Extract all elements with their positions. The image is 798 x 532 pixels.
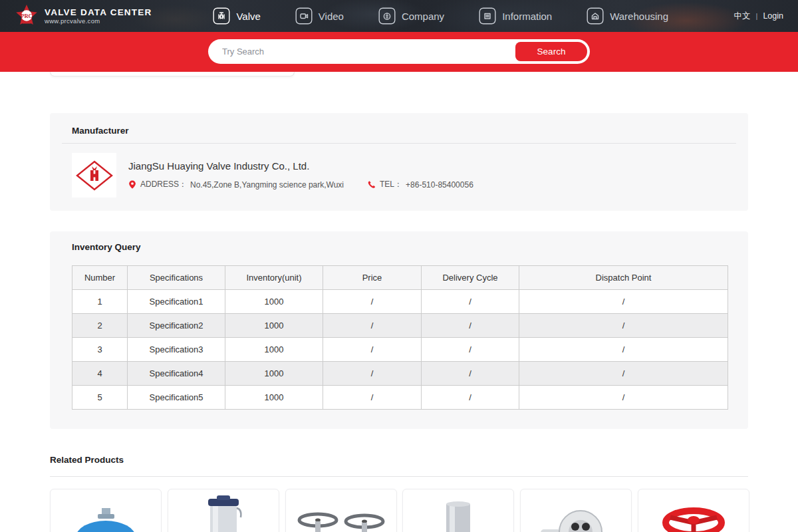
inventory-cell: / bbox=[323, 338, 422, 362]
inventory-row: 2Specification21000/// bbox=[72, 314, 728, 338]
product-card[interactable] bbox=[50, 489, 162, 532]
steel-cylinder-valve-image bbox=[408, 489, 508, 532]
nav-item-video[interactable]: Video bbox=[295, 7, 344, 25]
inventory-cell: 1 bbox=[72, 290, 128, 314]
inventory-cell: / bbox=[422, 338, 519, 362]
inventory-column-header: Dispatch Point bbox=[519, 266, 728, 290]
related-products-divider bbox=[50, 476, 748, 477]
search-bar: Search bbox=[208, 39, 590, 64]
inventory-cell: Specification5 bbox=[128, 386, 225, 410]
product-card[interactable] bbox=[285, 489, 397, 532]
manufacturer-logo bbox=[72, 153, 116, 198]
nav-item-valve[interactable]: Valve bbox=[213, 7, 260, 25]
inventory-column-header: Price bbox=[323, 266, 422, 290]
main-nav: ValveVideoCompanyInformationWarehousing bbox=[213, 7, 668, 25]
site-url: www.prcvalve.com bbox=[45, 17, 152, 25]
prc-star-logo-icon: PRC bbox=[15, 4, 39, 28]
valve-icon bbox=[213, 7, 230, 25]
inventory-cell: Specification4 bbox=[128, 362, 225, 386]
manufacturer-divider bbox=[62, 143, 736, 144]
page: PRC VALVE DATA CENTER www.prcvalve.com V… bbox=[0, 0, 798, 532]
search-band: Search bbox=[0, 32, 798, 72]
inventory-cell: 2 bbox=[72, 314, 128, 338]
address-label: ADDRESS： bbox=[140, 179, 187, 190]
nav-item-information[interactable]: Information bbox=[479, 7, 552, 25]
inventory-table-head: NumberSpecificationsInventory(unit)Price… bbox=[72, 266, 728, 290]
inventory-cell: / bbox=[422, 386, 519, 410]
svg-text:PRC: PRC bbox=[21, 13, 32, 19]
product-card[interactable]: 〤HY bbox=[168, 489, 279, 532]
information-icon bbox=[479, 7, 496, 25]
manufacturer-info-row: ADDRESS： No.45,Zone B,Yangming science p… bbox=[128, 179, 473, 190]
tel-group: TEL： +86-510-85400056 bbox=[368, 179, 473, 190]
product-card[interactable] bbox=[402, 489, 514, 532]
tel-value: +86-510-85400056 bbox=[406, 180, 473, 190]
inventory-cell: / bbox=[519, 290, 728, 314]
inventory-row: 3Specification31000/// bbox=[72, 338, 728, 362]
manufacturer-name: JiangSu Huaying Valve Industry Co., Ltd. bbox=[128, 160, 309, 172]
blue-pneumatic-actuator-image bbox=[59, 489, 152, 532]
red-handwheel-valve-image bbox=[644, 489, 743, 532]
inventory-cell: Specification2 bbox=[128, 314, 225, 338]
company-icon bbox=[378, 7, 396, 25]
product-card[interactable] bbox=[520, 489, 632, 532]
warehousing-icon bbox=[587, 7, 604, 25]
inventory-cell: / bbox=[422, 314, 519, 338]
nav-label: Valve bbox=[236, 11, 260, 22]
related-products-title: Related Products bbox=[50, 455, 124, 465]
inventory-cell: / bbox=[519, 362, 728, 386]
inventory-cell: 1000 bbox=[225, 386, 323, 410]
inventory-cell: / bbox=[323, 386, 422, 410]
inventory-row: 1Specification11000/// bbox=[72, 290, 728, 314]
inventory-cell: 1000 bbox=[225, 290, 323, 314]
inventory-table: NumberSpecificationsInventory(unit)Price… bbox=[72, 265, 728, 410]
product-card[interactable] bbox=[638, 489, 749, 532]
nav-item-warehousing[interactable]: Warehousing bbox=[587, 7, 668, 25]
nav-label: Warehousing bbox=[610, 11, 668, 22]
inventory-column-header: Number bbox=[72, 266, 128, 290]
location-pin-icon bbox=[128, 180, 136, 189]
site-title: VALVE DATA CENTER bbox=[45, 7, 152, 17]
login-link[interactable]: Login bbox=[763, 11, 783, 21]
inventory-cell: / bbox=[323, 362, 422, 386]
inventory-column-header: Inventory(unit) bbox=[225, 266, 323, 290]
inventory-column-header: Specifications bbox=[128, 266, 225, 290]
header-right: 中文 | Login bbox=[734, 11, 783, 22]
inventory-cell: 5 bbox=[72, 386, 128, 410]
language-switch[interactable]: 中文 bbox=[734, 11, 751, 22]
inventory-cell: Specification1 bbox=[128, 290, 225, 314]
nav-item-company[interactable]: Company bbox=[378, 7, 444, 25]
video-icon bbox=[295, 7, 313, 25]
inventory-section-title: Inventory Query bbox=[72, 242, 141, 252]
tel-label: TEL： bbox=[380, 179, 402, 190]
inventory-cell: 1000 bbox=[225, 314, 323, 338]
manufacturer-section-title: Manufacturer bbox=[72, 126, 129, 136]
scrolled-card-remnant bbox=[50, 72, 295, 76]
inventory-cell: 4 bbox=[72, 362, 128, 386]
inventory-cell: / bbox=[519, 386, 728, 410]
inventory-cell: / bbox=[422, 362, 519, 386]
top-header: PRC VALVE DATA CENTER www.prcvalve.com V… bbox=[0, 0, 798, 32]
inventory-cell: 1000 bbox=[225, 338, 323, 362]
gate-valves-pair-image bbox=[291, 489, 391, 532]
inventory-cell: 3 bbox=[72, 338, 128, 362]
search-input[interactable] bbox=[211, 47, 515, 57]
inventory-cell: / bbox=[323, 314, 422, 338]
nav-label: Video bbox=[319, 11, 344, 22]
nav-label: Information bbox=[502, 11, 552, 22]
inventory-cell: / bbox=[519, 314, 728, 338]
inventory-table-body: 1Specification11000///2Specification2100… bbox=[72, 290, 728, 410]
address-value: No.45,Zone B,Yangming science park,Wuxi bbox=[190, 180, 344, 190]
inventory-cell: / bbox=[323, 290, 422, 314]
inventory-cell: Specification3 bbox=[128, 338, 225, 362]
inventory-row: 4Specification41000/// bbox=[72, 362, 728, 386]
electric-actuator-image bbox=[526, 489, 626, 532]
inventory-cell: / bbox=[519, 338, 728, 362]
brand[interactable]: PRC VALVE DATA CENTER www.prcvalve.com bbox=[15, 4, 152, 28]
inventory-cell: / bbox=[422, 290, 519, 314]
cylinder-actuator-image: 〤HY bbox=[177, 489, 270, 532]
inventory-section: Inventory Query NumberSpecificationsInve… bbox=[50, 231, 748, 429]
search-button[interactable]: Search bbox=[515, 42, 587, 61]
phone-icon bbox=[368, 180, 376, 189]
brand-text: VALVE DATA CENTER www.prcvalve.com bbox=[45, 7, 152, 25]
